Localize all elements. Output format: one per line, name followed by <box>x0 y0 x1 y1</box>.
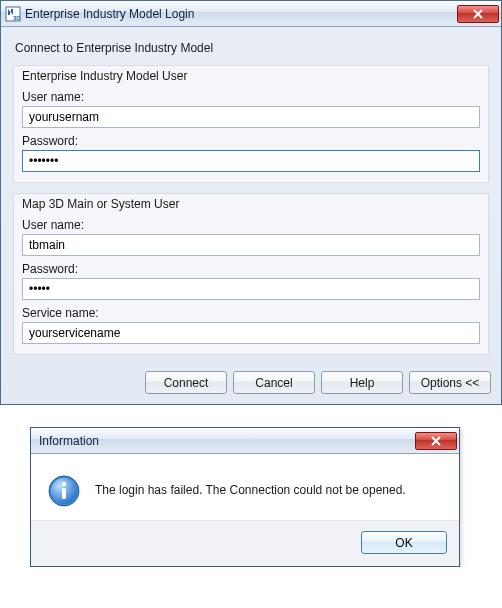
group-enterprise-user-title: Enterprise Industry Model User <box>22 69 480 83</box>
info-ok-button[interactable]: OK <box>361 531 447 554</box>
info-titlebar: Information <box>31 428 459 454</box>
login-subtitle: Connect to Enterprise Industry Model <box>15 41 489 55</box>
login-title: Enterprise Industry Model Login <box>25 7 194 21</box>
login-close-button[interactable] <box>457 5 499 23</box>
svg-point-4 <box>62 482 66 486</box>
username1-label: User name: <box>22 90 480 104</box>
group-map3d-user-title: Map 3D Main or System User <box>22 197 480 211</box>
app-icon: 3D <box>5 6 21 22</box>
svg-rect-5 <box>62 488 66 499</box>
options-button[interactable]: Options << <box>409 371 491 394</box>
info-message: The login has failed. The Connection cou… <box>95 483 406 499</box>
group-map3d-user: Map 3D Main or System User User name: Pa… <box>13 193 489 355</box>
information-icon <box>47 474 81 508</box>
login-button-row: Connect Cancel Help Options << <box>1 369 501 394</box>
cancel-button[interactable]: Cancel <box>233 371 315 394</box>
login-body: Connect to Enterprise Industry Model Ent… <box>1 27 501 369</box>
username2-label: User name: <box>22 218 480 232</box>
info-title: Information <box>39 434 99 448</box>
service-input[interactable] <box>22 322 480 344</box>
username1-input[interactable] <box>22 106 480 128</box>
password1-label: Password: <box>22 134 480 148</box>
info-body: The login has failed. The Connection cou… <box>31 454 459 521</box>
svg-text:3D: 3D <box>13 15 21 21</box>
password2-label: Password: <box>22 262 480 276</box>
info-dialog: Information The login has faile <box>30 427 460 567</box>
group-enterprise-user: Enterprise Industry Model User User name… <box>13 65 489 183</box>
username2-input[interactable] <box>22 234 480 256</box>
password1-input[interactable] <box>22 150 480 172</box>
login-titlebar: 3D Enterprise Industry Model Login <box>1 1 501 27</box>
info-footer: OK <box>31 521 459 566</box>
login-dialog: 3D Enterprise Industry Model Login Conne… <box>0 0 502 405</box>
password2-input[interactable] <box>22 278 480 300</box>
service-label: Service name: <box>22 306 480 320</box>
info-close-button[interactable] <box>415 432 457 450</box>
connect-button[interactable]: Connect <box>145 371 227 394</box>
help-button[interactable]: Help <box>321 371 403 394</box>
